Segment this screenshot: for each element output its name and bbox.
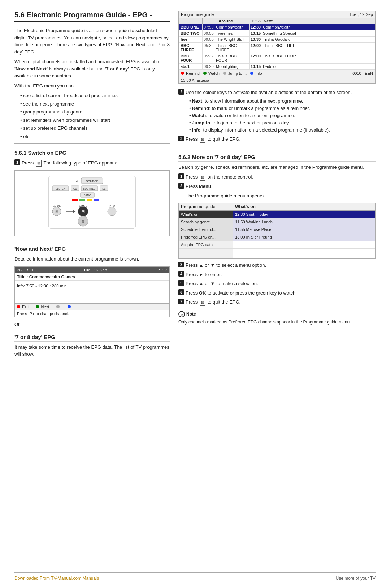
note-title: 𝒾 Note [178, 311, 376, 317]
whatson-row-2: Search by genre 11:50 Working Lunch [179, 218, 375, 226]
whatson-value-4: 13:00 In aller Freund [233, 233, 375, 241]
svg-text:TELETEXT: TELETEXT [54, 188, 67, 190]
epg-time2-bbc-one: 12:30 [249, 24, 262, 30]
menu-icon-remote: ⊞ [200, 174, 205, 181]
now-next-info-area: Info: 7:50 - 12:30 : 280 min ......... [15, 281, 169, 304]
step-below-num-4: 4 [178, 271, 184, 277]
svg-text:SUBTITLE: SUBTITLE [83, 188, 95, 190]
now-next-footer: Exit Next [15, 303, 169, 310]
epg-channel-bbc-three: BBC THREE [179, 43, 202, 53]
bullet-6: etc. [20, 133, 170, 140]
whatson-row-8 [179, 255, 375, 258]
more-step-1-row: 1 Press ⊞ on the remote control. [178, 173, 376, 181]
dot-blue-icon [68, 305, 71, 308]
whatson-label-4: Preferred EPG ch... [179, 233, 233, 241]
more-78-desc: Search by genre, scheduled reminders, et… [178, 164, 376, 171]
epg-time2-bbc-four: 12:00 [249, 53, 262, 63]
epg-prog2-bbc-three: This is BBC THREE [262, 43, 375, 53]
step-3-text: Press ⊞ to quit the EPG. [186, 136, 376, 143]
more-step-num-2: 2 [178, 183, 184, 189]
epg-footer-channel: 13:50 Anastasia [179, 77, 375, 83]
dot-yellow-jump [223, 72, 226, 75]
whatson-row-3: Scheduled remind... 11:55 Melrose Place [179, 226, 375, 233]
epg-channel-bbc-one: BBC ONE [179, 24, 202, 30]
step-below-4: 4 Press ► to enter. [178, 271, 376, 278]
whatson-label-8 [179, 255, 233, 258]
footer-link[interactable]: Downloaded From TV-Manual.com Manuals [14, 576, 99, 581]
main-content: 5.6 Electronic Programme Guide - EPG - T… [14, 11, 376, 565]
now-next-channel: 26 BBC1 [17, 268, 34, 272]
epg-row-bbc-two: BBC TWO 09:50 Tweenies 10:15 Something S… [179, 30, 375, 37]
epg-time1-bbc-four: 05:32 [202, 53, 215, 63]
epg-time1-bbc-one: 07:50 [202, 24, 215, 30]
epg-prog2-bbc-two: Something Special [262, 30, 375, 36]
svg-text:INFO: INFO [109, 205, 115, 207]
whatson-label-7 [179, 252, 233, 255]
bullet-jump: Jump to...: to jump to the next or previ… [186, 120, 376, 125]
epg-channel-bbc-four: BBC FOUR [179, 53, 202, 63]
step-below-num-5: 5 [178, 280, 184, 286]
whatson-label-2: Search by genre [179, 218, 233, 226]
now-next-table: 26 BBC1 Tue., 12 Sep 09:17 Title : Commo… [14, 266, 170, 318]
epg-table-date: Tue., 12 Sep [350, 12, 373, 17]
step-below-text-5: Press ▲ or ▼ to make a selection. [186, 280, 376, 287]
dot-red-remind [181, 72, 184, 75]
whatson-row-4: Preferred EPG ch... 13:00 In aller Freun… [179, 233, 375, 241]
whatson-header-right: What's on [235, 204, 256, 209]
whatson-value-5 [233, 241, 375, 248]
dot-green-watch [203, 72, 207, 75]
bullet-4: set reminders when programmes will start [20, 117, 170, 124]
step-below-6: 6 Press OK to activate or press the gree… [178, 289, 376, 297]
step-below-num-3: 3 [178, 262, 184, 267]
bullet-info: Info: to display information on a select… [186, 127, 376, 133]
section-title: 5.6 Electronic Programme Guide - EPG - [14, 11, 170, 22]
epg-time1-abc1: 09:20 [202, 64, 215, 69]
note-text: Only channels marked as Preferred EPG ch… [178, 319, 376, 325]
whatson-value-7 [233, 252, 375, 255]
epg-prog1-bbc-four: This is BBC FOUR [215, 53, 249, 63]
or-text: Or [14, 321, 170, 328]
step-number-3: 3 [178, 136, 184, 141]
whatson-table: Programme guide What's on What's on 12:3… [178, 203, 376, 259]
now-next-time: 09:17 [157, 268, 167, 272]
whatson-value-8 [233, 255, 375, 258]
step-below-num-6: 6 [178, 289, 184, 295]
svg-text:⊕: ⊕ [82, 219, 84, 223]
page-footer: Downloaded From TV-Manual.com Manuals Us… [14, 572, 376, 581]
svg-text:CD: CD [73, 188, 77, 190]
step-below-3: 3 Press ▲ or ▼ to select a menu option. [178, 262, 376, 269]
intro-bullets: see a list of current broadcasted progra… [20, 92, 170, 140]
epg-prog1-five: The Wright Stuff [215, 37, 249, 42]
note-box: 𝒾 Note Only channels marked as Preferred… [178, 311, 376, 325]
epg-time2-bbc-three: 12:00 [249, 43, 262, 53]
menu-icon-guide: ⊞ [36, 160, 42, 167]
more-step-num-1: 1 [178, 173, 184, 179]
note-label: Note [186, 311, 196, 317]
epg-time1-five: 09:00 [202, 37, 215, 42]
epg-prog2-abc1: Daddio [262, 64, 375, 69]
now-next-title-bar: Title : Commonwealth Games [15, 273, 169, 281]
epg-time2-bbc-two: 10:15 [249, 30, 262, 36]
epg-footer-row: Remind Watch Jump to ... Info 0010 - EEN [179, 70, 375, 77]
step-1-switch: 1 Press ⊞.The following type of EPG appe… [14, 159, 170, 167]
intro-p3: With the EPG menu you can... [14, 82, 170, 90]
ch-col-header [179, 18, 202, 24]
step-number-2: 2 [178, 89, 184, 95]
epg-prog1-bbc-three: This is BBC THREE [215, 43, 249, 53]
whatson-value-6 [233, 249, 375, 252]
note-icon: 𝒾 [178, 311, 185, 317]
menu-icon-quit: ⊞ [200, 136, 205, 143]
epg-time1-bbc-three: 05:32 [202, 43, 215, 53]
svg-text:GUIDE: GUIDE [53, 205, 61, 207]
step-below-7: 7 Press ⊞ to quit the EPG. [178, 299, 376, 306]
svg-rect-15 [79, 199, 85, 201]
epg-time2-abc1: 10:15 [249, 64, 262, 69]
whatson-row-5: Acquire EPG data [179, 241, 375, 249]
step-2-row: 2 Use the colour keys to activate the av… [178, 89, 376, 96]
step-below-5: 5 Press ▲ or ▼ to make a selection. [178, 280, 376, 287]
svg-text:DEMO: DEMO [84, 194, 92, 197]
seven-day-heading: '7 or 8 day' EPG [14, 334, 170, 342]
now-next-info: Info: 7:50 - 12:30 : 280 min [17, 283, 167, 289]
bullet-remind: Remind: to mark or unmark a programme as… [186, 106, 376, 111]
around-col-header: Around [202, 18, 249, 24]
